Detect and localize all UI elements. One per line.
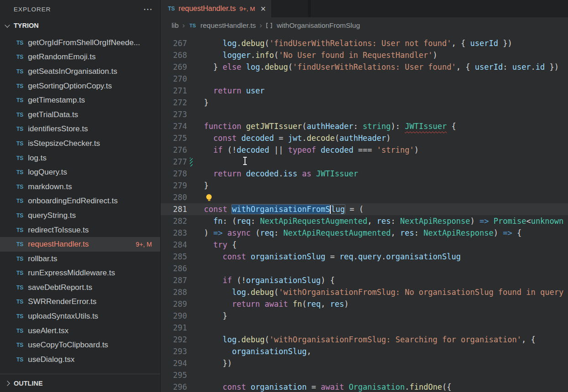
code-line-295[interactable]: 295 [161, 369, 568, 381]
file-item-rollbar-ts[interactable]: TSrollbar.ts [0, 252, 160, 266]
code-token: else [223, 62, 241, 72]
file-item-identifiersstore-ts[interactable]: TSidentifiersStore.ts [0, 122, 160, 137]
code-line-293[interactable]: 293 organisationSlug, [161, 346, 568, 357]
code-line-272[interactable]: 272} [161, 97, 568, 108]
file-item-getrandomemoji-ts[interactable]: TSgetRandomEmoji.ts [0, 50, 160, 65]
code-line-content: return user [187, 85, 265, 97]
code-token: log [246, 62, 260, 72]
lightbulb-icon[interactable] [206, 194, 212, 200]
code-line-278[interactable]: 278 return decoded.iss as JWTIssuer [161, 168, 568, 180]
code-line-289[interactable]: 289 return await fn(req, res) [161, 298, 568, 310]
code-token: iss [283, 169, 297, 178]
code-line-286[interactable]: 286 [161, 263, 568, 274]
code-token: Promise [494, 217, 526, 226]
file-item-onboardingendredirect-ts[interactable]: TSonboardingEndRedirect.ts [0, 194, 160, 209]
code-line-279[interactable]: 279} [161, 180, 568, 191]
code-token: === [354, 145, 377, 155]
code-token: string [363, 122, 391, 131]
code-token [204, 382, 223, 392]
file-item-logquery-ts[interactable]: TSlogQuery.ts [0, 165, 160, 180]
file-item-gettimestamp-ts[interactable]: TSgetTimestamp.ts [0, 93, 160, 108]
file-item-requesthandler-ts[interactable]: TSrequestHandler.ts9+, M [0, 237, 160, 252]
code-line-287[interactable]: 287 if (!organisationSlug) { [161, 274, 568, 286]
code-token: userId [475, 62, 503, 72]
code-token [316, 145, 321, 155]
file-name: SWRRenderError.ts [28, 297, 96, 306]
code-line-288[interactable]: 288 log.debug('withOrganisationFromSlug:… [161, 286, 568, 298]
code-line-276[interactable]: 276 if (!decoded || typeof decoded === '… [161, 144, 568, 156]
code-token: = [325, 252, 339, 261]
code-line-282[interactable]: 282 fn: (req: NextApiRequestAugmented, r… [161, 215, 568, 227]
code-token: ) [433, 51, 438, 60]
code-token: ) [414, 145, 419, 155]
more-actions-icon[interactable]: ⋯ [143, 4, 153, 15]
code-line-268[interactable]: 268 logger.info('No User found in Reques… [161, 49, 568, 61]
code-token: organisationSlug [386, 252, 461, 261]
code-token: decoded [237, 145, 270, 155]
code-line-283[interactable]: 283) => async (req: NextApiRequestAugmen… [161, 227, 568, 239]
code-token [204, 347, 232, 356]
file-item-usecopytoclipboard-ts[interactable]: TSuseCopyToClipboard.ts [0, 338, 160, 352]
code-line-274[interactable]: 274function getJWTIssuer(authHeader: str… [161, 120, 568, 132]
code-editor[interactable]: 267 log.debug('findUserWithRelations: Us… [161, 34, 568, 392]
file-name: getTimestamp.ts [28, 96, 85, 105]
file-item-markdown-ts[interactable]: TSmarkdown.ts [0, 180, 160, 194]
line-number: 281 [161, 203, 187, 215]
file-item-redirecttoissue-ts[interactable]: TSredirectToIssue.ts [0, 223, 160, 237]
tab-requesthandler[interactable]: TS requestHandler.ts 9+, M × [161, 0, 272, 17]
code-line-content: } [187, 310, 227, 322]
code-line-270[interactable]: 270 [161, 73, 568, 85]
code-line-content: const withOrganisationFromSlug = ( [187, 203, 364, 215]
breadcrumb-symbol[interactable]: withOrganisationFromSlug [276, 21, 360, 30]
file-item-usedialog-tsx[interactable]: TSuseDialog.tsx [0, 352, 160, 367]
file-item-log-ts[interactable]: TSlog.ts [0, 151, 160, 165]
code-line-275[interactable]: 275 const decoded = jwt.decode(authHeade… [161, 132, 568, 144]
code-token: const [223, 252, 246, 261]
file-item-swrrendererror-ts[interactable]: TSSWRRenderError.ts [0, 295, 160, 309]
code-line-277[interactable]: 277 [161, 156, 568, 168]
code-line-296[interactable]: 296 const organisation = await Organisat… [161, 381, 568, 392]
code-token: fn [213, 217, 222, 226]
code-line-271[interactable]: 271 return user [161, 85, 568, 97]
typescript-icon: TS [16, 328, 23, 334]
file-item-uploadsyntaxutils-ts[interactable]: TSuploadSyntaxUtils.ts [0, 309, 160, 324]
code-token: getJWTIssuer [246, 122, 302, 131]
code-line-294[interactable]: 294 }) [161, 357, 568, 369]
file-name: saveDebtReport.ts [28, 283, 92, 292]
typescript-icon: TS [16, 68, 23, 75]
close-icon[interactable]: × [261, 4, 266, 13]
code-token: ( [250, 228, 260, 237]
code-line-285[interactable]: 285 const organisationSlug = req.query.o… [161, 251, 568, 263]
file-item-querystring-ts[interactable]: TSqueryString.ts [0, 208, 160, 223]
code-line-290[interactable]: 290 } [161, 310, 568, 322]
code-line-292[interactable]: 292 log.debug('withOrganisationFromSlug:… [161, 334, 568, 346]
breadcrumb-separator-icon: › [260, 21, 262, 30]
code-line-273[interactable]: 273 [161, 108, 568, 120]
outline-section-header[interactable]: OUTLINE [0, 374, 160, 392]
code-token: decoded [246, 169, 279, 178]
code-token: || [269, 145, 288, 155]
code-token: ) [494, 228, 503, 237]
file-item-getorgidfromshellorgifneede[interactable]: TSgetOrgIdFromShellOrgIfNeede... [0, 36, 160, 50]
file-item-getsortingoptioncopy-ts[interactable]: TSgetSortingOptionCopy.ts [0, 79, 160, 93]
file-item-gettrialdata-ts[interactable]: TSgetTrialData.ts [0, 108, 160, 122]
file-item-runexpressmiddleware-ts[interactable]: TSrunExpressMiddleware.ts [0, 266, 160, 281]
code-token: decoded [321, 145, 354, 155]
file-item-savedebtreport-ts[interactable]: TSsaveDebtReport.ts [0, 280, 160, 295]
code-line-267[interactable]: 267 log.debug('findUserWithRelations: Us… [161, 37, 568, 49]
code-token: 'findUserWithRelations: User found' [293, 62, 456, 72]
breadcrumb-separator-icon: › [182, 21, 185, 30]
code-line-280[interactable]: 280 [161, 191, 568, 203]
code-line-291[interactable]: 291 [161, 322, 568, 334]
breadcrumb-folder[interactable]: lib [172, 21, 179, 30]
file-item-isstepsizechecker-ts[interactable]: TSisStepsizeChecker.ts [0, 136, 160, 151]
breadcrumb-file[interactable]: requestHandler.ts [200, 21, 256, 30]
code-line-269[interactable]: 269 } else log.debug('findUserWithRelati… [161, 61, 568, 73]
file-item-getseatsinorganisation-ts[interactable]: TSgetSeatsInOrganisation.ts [0, 64, 160, 79]
file-item-usealert-tsx[interactable]: TSuseAlert.tsx [0, 324, 160, 338]
code-line-281[interactable]: 281const withOrganisationFromSlug = ( [161, 203, 568, 215]
code-line-284[interactable]: 284 try { [161, 239, 568, 251]
workspace-folder-tyrion[interactable]: TYRION [0, 18, 160, 33]
code-token: 'withOrganisationFromSlug: No organisati… [279, 288, 563, 297]
code-token [204, 276, 223, 285]
